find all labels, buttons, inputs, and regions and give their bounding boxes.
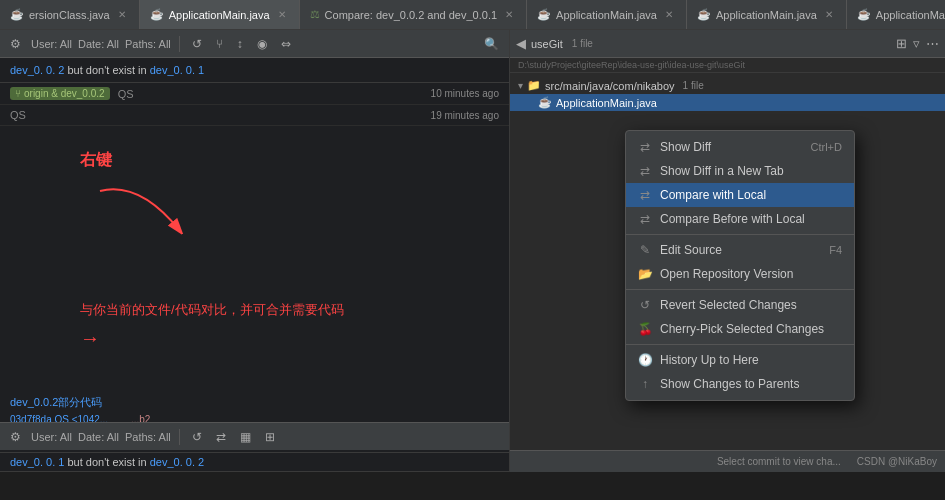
more-icon[interactable]: ⋯ bbox=[926, 36, 939, 51]
refresh-icon-2[interactable]: ↺ bbox=[188, 428, 206, 446]
ctx-revert[interactable]: ↺ Revert Selected Changes bbox=[626, 293, 854, 317]
settings-icon-2[interactable]: ⚙ bbox=[6, 428, 25, 446]
expand-icon-right[interactable]: ⊞ bbox=[896, 36, 907, 51]
history-icon: 🕐 bbox=[638, 353, 652, 367]
right-toolbar: ◀ useGit 1 file ⊞ ▿ ⋯ bbox=[510, 30, 945, 58]
commit-label: dev_0.0.2部分代码 bbox=[10, 396, 102, 408]
tab-applicationmain-3[interactable]: ☕ ApplicationMain.java ✕ bbox=[687, 0, 847, 29]
diff-row-2[interactable]: QS 19 minutes ago bbox=[0, 105, 509, 126]
ctx-separator bbox=[626, 234, 854, 235]
dev1-text: dev_0. 0. 1 bbox=[10, 456, 64, 468]
toolbar-right: 🔍 bbox=[480, 35, 503, 53]
diff-row-1[interactable]: ⑂ origin & dev_0.0.2 QS 10 minutes ago bbox=[0, 83, 509, 105]
right-panel: ◀ useGit 1 file ⊞ ▿ ⋯ D:\studyProject\gi… bbox=[510, 30, 945, 472]
java-icon: ☕ bbox=[537, 8, 551, 21]
eye-icon[interactable]: ◉ bbox=[253, 35, 271, 53]
paths-filter-2[interactable]: Paths: All bbox=[125, 431, 171, 443]
date-filter-2[interactable]: Date: All bbox=[78, 431, 119, 443]
shortcut-label: Ctrl+D bbox=[811, 141, 842, 153]
filter-icon-right[interactable]: ▿ bbox=[913, 36, 920, 51]
ctx-open-repo[interactable]: 📂 Open Repository Version bbox=[626, 262, 854, 286]
refresh-icon[interactable]: ↺ bbox=[188, 35, 206, 53]
settings-icon[interactable]: ⚙ bbox=[6, 35, 25, 53]
dev1-highlight: dev_0. 0. 1 bbox=[150, 64, 204, 76]
left-bottom-toolbar: ⚙ User: All Date: All Paths: All ↺ ⇄ ▦ ⊞ bbox=[0, 422, 509, 450]
annotation-text: 与你当前的文件/代码对比，并可合并需要代码 bbox=[80, 301, 344, 319]
branch-badge: ⑂ origin & dev_0.0.2 bbox=[10, 87, 110, 100]
compare-before-icon: ⇄ bbox=[638, 212, 652, 226]
tree-folder[interactable]: ▾ 📁 src/main/java/com/nikaboy 1 file bbox=[510, 77, 945, 94]
open-icon: 📂 bbox=[638, 267, 652, 281]
repo-label: useGit bbox=[531, 38, 563, 50]
right-key-label: 右键 bbox=[80, 151, 112, 168]
java-icon: ☕ bbox=[857, 8, 871, 21]
user-initials: QS bbox=[118, 88, 134, 100]
funnel-icon[interactable]: ⊞ bbox=[261, 428, 279, 446]
branch-icon[interactable]: ⑂ bbox=[212, 35, 227, 53]
dev-highlight: dev_0. 0. 2 bbox=[10, 64, 64, 76]
chevron-down-icon: ▾ bbox=[518, 80, 523, 91]
tab-applicationmain[interactable]: ☕ ApplicationMain.java ✕ bbox=[140, 0, 300, 29]
tab-close-icon[interactable]: ✕ bbox=[662, 8, 676, 21]
tab-label: ApplicationMain.java bbox=[169, 9, 270, 21]
java-icon: ☕ bbox=[150, 8, 164, 21]
folder-icon: 📁 bbox=[527, 79, 541, 92]
arrow-left-icon[interactable]: ◀ bbox=[516, 36, 526, 51]
file-count-label: 1 file bbox=[683, 80, 704, 91]
status-text: Select commit to view cha... bbox=[717, 456, 841, 467]
tab-label: ApplicationMa bbox=[876, 9, 945, 21]
left-panel: ⚙ User: All Date: All Paths: All ↺ ⑂ ↕ ◉… bbox=[0, 30, 510, 472]
tab-close-icon[interactable]: ✕ bbox=[822, 8, 836, 21]
tab-label: ApplicationMain.java bbox=[716, 9, 817, 21]
diff-message: dev_0. 0. 2 but don't exist in dev_0. 0.… bbox=[0, 58, 509, 83]
filter-icon[interactable]: ▦ bbox=[236, 428, 255, 446]
tab-close-icon[interactable]: ✕ bbox=[275, 8, 289, 21]
separator-2 bbox=[179, 429, 180, 445]
tab-close-icon[interactable]: ✕ bbox=[115, 8, 129, 21]
ctx-label: Show Diff bbox=[660, 140, 711, 154]
ctx-label: Edit Source bbox=[660, 243, 722, 257]
sync-icon[interactable]: ⇄ bbox=[212, 428, 230, 446]
tab-versionclass[interactable]: ☕ ersionClass.java ✕ bbox=[0, 0, 140, 29]
tab-label: ersionClass.java bbox=[29, 9, 110, 21]
ctx-show-diff-new-tab[interactable]: ⇄ Show Diff in a New Tab bbox=[626, 159, 854, 183]
ctx-history[interactable]: 🕐 History Up to Here bbox=[626, 348, 854, 372]
commit-time-2: 19 minutes ago bbox=[431, 110, 499, 121]
tab-close-icon[interactable]: ✕ bbox=[502, 8, 516, 21]
ctx-label: Open Repository Version bbox=[660, 267, 793, 281]
user-filter-2[interactable]: User: All bbox=[31, 431, 72, 443]
ctx-show-diff[interactable]: ⇄ Show Diff Ctrl+D bbox=[626, 135, 854, 159]
compare-local-icon: ⇄ bbox=[638, 188, 652, 202]
credit-text: CSDN @NiKaBoy bbox=[857, 456, 937, 467]
file-label: ApplicationMain.java bbox=[556, 97, 657, 109]
ctx-separator-3 bbox=[626, 344, 854, 345]
ctx-label: History Up to Here bbox=[660, 353, 759, 367]
sort-icon[interactable]: ↕ bbox=[233, 35, 247, 53]
tab-compare[interactable]: ⚖ Compare: dev_0.0.2 and dev_0.0.1 ✕ bbox=[300, 0, 527, 29]
ctx-compare-local[interactable]: ⇄ Compare with Local bbox=[626, 183, 854, 207]
expand-icon[interactable]: ⇔ bbox=[277, 35, 295, 53]
ctx-label: Compare Before with Local bbox=[660, 212, 805, 226]
tab-applicationmain-2[interactable]: ☕ ApplicationMain.java ✕ bbox=[527, 0, 687, 29]
ctx-label: Revert Selected Changes bbox=[660, 298, 797, 312]
tab-applicationmain-4[interactable]: ☕ ApplicationMa bbox=[847, 0, 945, 29]
status-bar: Select commit to view cha... CSDN @NiKaB… bbox=[510, 450, 945, 472]
ctx-label: Compare with Local bbox=[660, 188, 766, 202]
annotation-area: 右键 与你当前的文件/代码对比，并可合并需要代码 → bbox=[80, 150, 344, 350]
tree-file-applicationmain[interactable]: ☕ ApplicationMain.java bbox=[510, 94, 945, 111]
search-icon[interactable]: 🔍 bbox=[480, 35, 503, 53]
paths-filter[interactable]: Paths: All bbox=[125, 38, 171, 50]
ctx-show-changes-parents[interactable]: ↑ Show Changes to Parents bbox=[626, 372, 854, 396]
ctx-edit-source[interactable]: ✎ Edit Source F4 bbox=[626, 238, 854, 262]
ctx-label: Show Diff in a New Tab bbox=[660, 164, 784, 178]
date-filter[interactable]: Date: All bbox=[78, 38, 119, 50]
ctx-compare-before[interactable]: ⇄ Compare Before with Local bbox=[626, 207, 854, 231]
user-initials-2: QS bbox=[10, 109, 26, 121]
folder-label: src/main/java/com/nikaboy bbox=[545, 80, 675, 92]
shortcut-label: F4 bbox=[829, 244, 842, 256]
edit-icon: ✎ bbox=[638, 243, 652, 257]
diff-new-icon: ⇄ bbox=[638, 164, 652, 178]
ctx-cherry-pick[interactable]: 🍒 Cherry-Pick Selected Changes bbox=[626, 317, 854, 341]
user-filter[interactable]: User: All bbox=[31, 38, 72, 50]
cherry-icon: 🍒 bbox=[638, 322, 652, 336]
